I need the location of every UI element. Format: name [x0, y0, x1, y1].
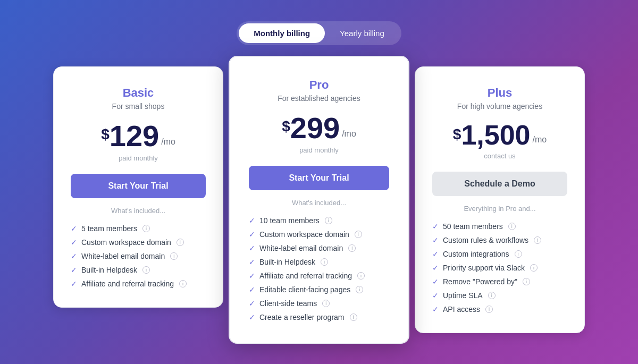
info-icon: i — [322, 300, 330, 307]
pro-price-amount: 299 — [290, 113, 340, 143]
plus-cta-button[interactable]: Schedule a Demo — [432, 172, 567, 196]
info-icon: i — [508, 223, 516, 230]
basic-feature-2-label: White-label email domain — [81, 252, 165, 260]
pro-feature-6: ✓ Client-side teams i — [249, 299, 389, 308]
basic-price-dollar: $ — [101, 125, 110, 143]
billing-toggle: Monthly billing Yearly billing — [237, 21, 401, 45]
plus-plan-name: Plus — [432, 86, 567, 100]
basic-feature-3-label: Built-in Helpdesk — [81, 266, 137, 274]
pro-feature-1-label: Custom workspace domain — [259, 230, 349, 239]
pro-feature-5: ✓ Editable client-facing pages i — [249, 285, 389, 294]
basic-feature-4: ✓ Affiliate and referral tracking i — [71, 280, 206, 288]
plus-feature-0: ✓ 50 team members i — [432, 222, 567, 231]
check-icon: ✓ — [249, 299, 255, 308]
basic-price-row: $ 129 /mo — [71, 121, 206, 151]
pro-feature-2-label: White-label email domain — [259, 244, 343, 252]
basic-plan-name: Basic — [71, 86, 206, 100]
plus-price-dollar: $ — [453, 125, 461, 143]
check-icon: ✓ — [432, 264, 439, 272]
check-icon: ✓ — [249, 272, 255, 280]
plus-feature-4-label: Remove "Powered by" — [443, 277, 517, 286]
plus-feature-5: ✓ Uptime SLA i — [432, 291, 567, 300]
pro-price-note: paid monthly — [249, 146, 389, 154]
info-icon: i — [488, 292, 496, 299]
info-icon: i — [523, 278, 530, 285]
info-icon: i — [530, 264, 538, 272]
basic-feature-0: ✓ 5 team members i — [71, 224, 206, 233]
check-icon: ✓ — [432, 236, 439, 244]
monthly-billing-option[interactable]: Monthly billing — [239, 23, 325, 43]
info-icon: i — [170, 252, 178, 260]
pro-feature-3: ✓ Built-in Helpdesk i — [249, 258, 389, 266]
info-icon: i — [485, 306, 493, 313]
plus-price-note: contact us — [432, 152, 567, 160]
pro-feature-1: ✓ Custom workspace domain i — [249, 230, 389, 239]
check-icon: ✓ — [71, 280, 77, 288]
plus-price-row: $ 1,500 /mo — [432, 121, 567, 149]
check-icon: ✓ — [71, 224, 77, 233]
check-icon: ✓ — [71, 252, 77, 260]
yearly-billing-option[interactable]: Yearly billing — [325, 23, 399, 43]
plus-feature-2: ✓ Custom integrations i — [432, 250, 567, 258]
info-icon: i — [177, 239, 184, 246]
pro-cta-button[interactable]: Start Your Trial — [249, 166, 389, 190]
info-icon: i — [142, 266, 150, 274]
plus-feature-3-label: Priority support via Slack — [443, 264, 525, 272]
plus-feature-4: ✓ Remove "Powered by" i — [432, 277, 567, 286]
pro-price-dollar: $ — [282, 117, 290, 136]
info-icon: i — [142, 225, 150, 232]
plus-price-per: /mo — [533, 135, 547, 145]
plus-feature-0-label: 50 team members — [443, 222, 503, 231]
check-icon: ✓ — [249, 216, 255, 225]
pro-feature-6-label: Client-side teams — [259, 299, 317, 308]
pro-price-row: $ 299 /mo — [249, 113, 389, 143]
plus-price-amount: 1,500 — [461, 121, 530, 149]
pro-feature-4: ✓ Affiliate and referral tracking i — [249, 272, 389, 280]
basic-included-label: What's included... — [71, 207, 206, 215]
pro-feature-list: ✓ 10 team members i ✓ Custom workspace d… — [249, 216, 389, 321]
check-icon: ✓ — [71, 266, 77, 274]
basic-feature-list: ✓ 5 team members i ✓ Custom workspace do… — [71, 224, 206, 288]
check-icon: ✓ — [249, 244, 255, 252]
info-icon: i — [321, 258, 328, 266]
pro-plan-subtitle: For established agencies — [249, 94, 389, 103]
plus-feature-5-label: Uptime SLA — [443, 291, 483, 300]
pro-feature-5-label: Editable client-facing pages — [259, 285, 350, 294]
plus-feature-1-label: Custom rules & workflows — [443, 236, 528, 244]
pro-feature-0-label: 10 team members — [259, 216, 320, 225]
basic-feature-3: ✓ Built-in Helpdesk i — [71, 266, 206, 274]
pro-feature-0: ✓ 10 team members i — [249, 216, 389, 225]
plus-plan-subtitle: For high volume agencies — [432, 102, 567, 111]
basic-feature-1-label: Custom workspace domain — [81, 238, 171, 247]
pro-feature-2: ✓ White-label email domain i — [249, 244, 389, 252]
check-icon: ✓ — [432, 250, 439, 258]
check-icon: ✓ — [432, 305, 439, 314]
basic-plan-card: Basic For small shops $ 129 /mo paid mon… — [53, 66, 223, 308]
info-icon: i — [357, 272, 365, 280]
check-icon: ✓ — [249, 285, 255, 294]
pro-feature-7: ✓ Create a reseller program i — [249, 313, 389, 321]
pro-included-label: What's included... — [249, 199, 389, 207]
info-icon: i — [179, 280, 187, 287]
plus-included-label: Everything in Pro and... — [432, 205, 567, 213]
pro-feature-4-label: Affiliate and referral tracking — [259, 272, 352, 280]
plus-feature-3: ✓ Priority support via Slack i — [432, 264, 567, 272]
basic-price-note: paid monthly — [71, 154, 206, 162]
plus-feature-list: ✓ 50 team members i ✓ Custom rules & wor… — [432, 222, 567, 314]
plus-feature-6: ✓ API access i — [432, 305, 567, 314]
pro-feature-7-label: Create a reseller program — [259, 313, 345, 321]
info-icon: i — [348, 244, 356, 252]
basic-cta-button[interactable]: Start Your Trial — [71, 174, 206, 198]
pricing-cards: Basic For small shops $ 129 /mo paid mon… — [37, 66, 601, 344]
check-icon: ✓ — [249, 313, 255, 321]
check-icon: ✓ — [71, 238, 77, 247]
basic-feature-2: ✓ White-label email domain i — [71, 252, 206, 260]
info-icon: i — [355, 231, 362, 238]
basic-feature-4-label: Affiliate and referral tracking — [81, 280, 174, 288]
basic-feature-1: ✓ Custom workspace domain i — [71, 238, 206, 247]
pro-plan-name: Pro — [249, 78, 389, 92]
info-icon: i — [534, 236, 541, 244]
check-icon: ✓ — [432, 291, 439, 300]
pro-price-per: /mo — [342, 129, 356, 139]
info-icon: i — [350, 314, 357, 321]
